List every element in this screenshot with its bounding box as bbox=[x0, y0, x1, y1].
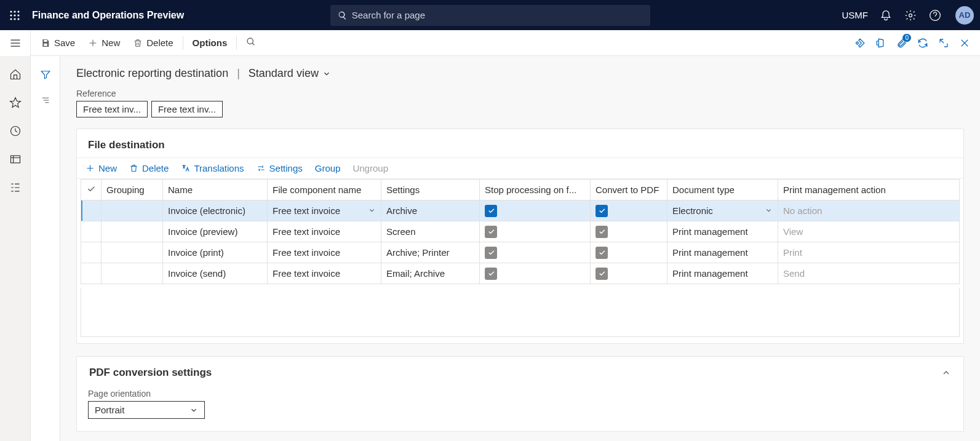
save-button[interactable]: Save bbox=[34, 34, 81, 52]
action-pane: Save New Delete Options 0 bbox=[0, 30, 980, 56]
new-label: New bbox=[102, 38, 120, 48]
options-tab[interactable]: Options bbox=[186, 34, 234, 52]
save-label: Save bbox=[54, 38, 75, 48]
delete-button[interactable]: Delete bbox=[127, 34, 179, 52]
attachments-icon[interactable]: 0 bbox=[896, 38, 907, 49]
popout-icon[interactable] bbox=[938, 38, 949, 49]
close-icon[interactable] bbox=[959, 38, 970, 49]
attachments-badge: 0 bbox=[902, 34, 911, 42]
svg-point-6 bbox=[10, 18, 12, 20]
global-search[interactable] bbox=[330, 5, 650, 26]
search-input[interactable] bbox=[352, 10, 643, 20]
user-avatar[interactable]: AD bbox=[955, 6, 974, 25]
svg-point-1 bbox=[14, 10, 15, 12]
refresh-icon[interactable] bbox=[917, 38, 928, 49]
svg-point-0 bbox=[10, 10, 12, 12]
office-icon[interactable] bbox=[875, 38, 886, 49]
svg-point-8 bbox=[17, 18, 19, 20]
svg-point-5 bbox=[17, 14, 19, 16]
divider bbox=[236, 36, 237, 50]
svg-point-4 bbox=[14, 14, 15, 16]
top-navbar: Finance and Operations Preview USMF AD bbox=[0, 0, 980, 30]
svg-point-3 bbox=[10, 14, 12, 16]
page-search-icon[interactable] bbox=[240, 33, 262, 52]
nav-toggle-icon[interactable] bbox=[0, 30, 31, 56]
new-button[interactable]: New bbox=[82, 34, 126, 52]
app-title: Finance and Operations Preview bbox=[32, 10, 184, 21]
svg-point-9 bbox=[909, 14, 912, 17]
delete-label: Delete bbox=[146, 38, 173, 48]
svg-point-7 bbox=[14, 18, 15, 20]
divider bbox=[183, 36, 183, 50]
diamond-icon[interactable] bbox=[855, 38, 866, 49]
notifications-icon[interactable] bbox=[879, 9, 893, 22]
legal-entity[interactable]: USMF bbox=[842, 10, 869, 20]
settings-icon[interactable] bbox=[904, 9, 917, 22]
app-launcher-icon[interactable] bbox=[6, 7, 23, 24]
options-label: Options bbox=[193, 38, 228, 48]
svg-point-11 bbox=[247, 38, 253, 44]
help-icon[interactable] bbox=[928, 9, 942, 22]
svg-point-2 bbox=[17, 10, 19, 12]
